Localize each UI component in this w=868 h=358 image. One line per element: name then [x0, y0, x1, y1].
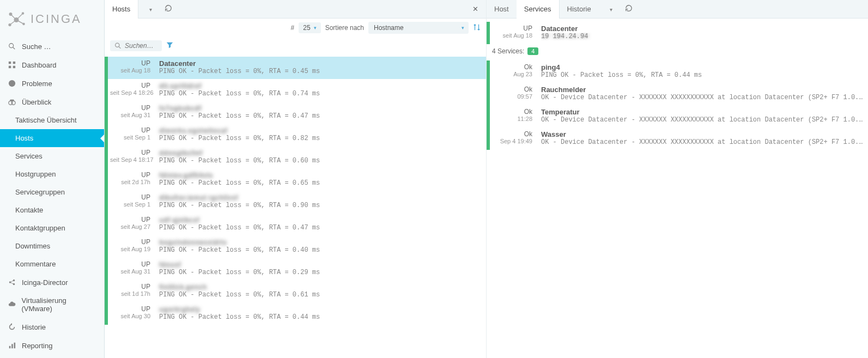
state-since: Sep 4 19:49 — [492, 138, 532, 144]
sidebar-item-hostgruppen[interactable]: Hostgruppen — [0, 165, 104, 183]
host-row[interactable]: UPseit Sep 4 18:17ddoogtbcfmfPING OK - P… — [105, 146, 486, 168]
tab-services[interactable]: Services — [517, 0, 560, 19]
chart-icon — [8, 341, 16, 350]
service-row[interactable]: OkAug 23ping4PING OK - Packet loss = 0%,… — [487, 60, 868, 83]
svg-point-15 — [9, 80, 15, 87]
host-name: fdousf — [159, 260, 482, 269]
nav-search[interactable]: Suche … — [0, 37, 104, 56]
host-row[interactable]: UPseit Aug 27udf qjnibcsfPING OK - Packe… — [105, 213, 486, 235]
plugin-output: PING OK - Packet loss = 0%, RTA = 0.40 m… — [159, 246, 482, 254]
state-col: UPseit Sep 1 — [108, 191, 155, 213]
state-since: seit Aug 31 — [110, 268, 150, 275]
nav-historie[interactable]: Historie — [0, 318, 104, 336]
plugin-output: PING OK - Packet loss = 0%, RTA = 0.47 m… — [159, 112, 482, 120]
service-main: RauchmelderOK - Device Datacenter - XXXX… — [537, 83, 868, 105]
nav-probleme[interactable]: Probleme — [0, 74, 104, 93]
sidebar-item-kontakte[interactable]: Kontakte — [0, 201, 104, 219]
sidebar-item-taktische-übersicht[interactable]: Taktische Übersicht — [0, 111, 104, 129]
ok-count-badge[interactable]: 4 — [527, 47, 538, 55]
plugin-output: PING OK - Packet loss = 0%, RTA = 0.44 m… — [159, 313, 482, 321]
sort-select[interactable] — [368, 22, 469, 34]
state-since: seit Aug 18 — [110, 67, 150, 74]
host-name: fx7ogkubcdf — [159, 104, 482, 112]
tab-dropdown[interactable]: ▾ — [138, 0, 160, 19]
toolbar-hosts: # 25 ▾ Sortiere nach — [105, 19, 486, 37]
service-name: Wasser — [541, 130, 864, 138]
state-since: seit Sep 4 18:17 — [110, 156, 150, 163]
host-row[interactable]: UPseit Aug 31fdousfPING OK - Packet loss… — [105, 258, 486, 280]
state-col: UPseit Sep 4 18:17 — [108, 146, 155, 168]
host-row[interactable]: UPseit 2d 17hfdiniev.gdflt4vtsPING OK - … — [105, 168, 486, 191]
nav-vmware[interactable]: Virtualisierung (VMware) — [0, 292, 104, 318]
nav-dashboard[interactable]: Dashboard — [0, 56, 104, 74]
host-row[interactable]: UPseit 1d 17hfiniitick.genchPING OK - Pa… — [105, 280, 486, 302]
host-row[interactable]: UPseit Sep 1diworks.ogstwitocafPING OK -… — [105, 124, 486, 146]
service-row[interactable]: Ok11:28TemperaturOK - Device Datacenter … — [487, 105, 868, 128]
state-text: UP — [110, 305, 150, 313]
host-row[interactable]: UPseit Aug 19bogvindonnesxidrtsPING OK -… — [105, 235, 486, 258]
refresh-button[interactable] — [160, 4, 177, 14]
nav-label: Kontakte — [15, 206, 43, 214]
svg-rect-18 — [10, 100, 14, 101]
history-icon — [8, 323, 16, 331]
tab-host[interactable]: Host — [487, 0, 517, 19]
tabs-col1: Hosts ▾ ✕ — [105, 0, 486, 19]
host-main: dit.sprittdrofPING OK - Packet loss = 0%… — [155, 79, 486, 101]
search-input-wrap[interactable] — [110, 40, 162, 51]
host-row[interactable]: UPseit Sep 4 18:26dit.sprittdrofPING OK … — [105, 79, 486, 101]
sidebar-item-hosts[interactable]: Hosts — [0, 129, 104, 147]
tab-hosts[interactable]: Hosts — [105, 0, 138, 19]
state-text: UP — [110, 149, 150, 156]
sidebar-item-services[interactable]: Services — [0, 147, 104, 165]
sort-direction-button[interactable] — [473, 23, 481, 33]
plugin-output: PING OK - Packet loss = 0%, RTA = 0.60 m… — [159, 157, 482, 165]
host-name: ugorkrghely — [159, 305, 482, 313]
binoculars-icon — [8, 98, 16, 106]
limit-select[interactable]: 25 ▾ — [299, 22, 320, 33]
state-text: UP — [110, 260, 150, 268]
refresh-button[interactable] — [620, 4, 638, 14]
host-row[interactable]: UPseit Aug 31fx7ogkubcdfPING OK - Packet… — [105, 101, 486, 124]
search-input[interactable] — [125, 42, 157, 50]
sidebar-item-kontaktgruppen[interactable]: Kontaktgruppen — [0, 219, 104, 237]
service-row[interactable]: Ok09:57RauchmelderOK - Device Datacenter… — [487, 83, 868, 105]
svg-line-22 — [10, 281, 14, 283]
state-text: Ok — [492, 108, 532, 116]
state-text: Ok — [492, 130, 532, 138]
state-col: UPseit Sep 4 18:26 — [108, 79, 155, 101]
host-main: dibufrer.iemut rgchilvsfPING OK - Packet… — [155, 191, 486, 213]
state-since: seit 1d 17h — [110, 290, 150, 297]
sidebar-item-servicegruppen[interactable]: Servicegruppen — [0, 183, 104, 201]
host-main: fx7ogkubcdfPING OK - Packet loss = 0%, R… — [155, 101, 486, 124]
host-row[interactable]: UPseit Aug 18DatacenterPING OK - Packet … — [105, 57, 486, 79]
sidebar-item-kommentare[interactable]: Kommentare — [0, 255, 104, 273]
svg-rect-14 — [13, 66, 15, 68]
state-text: UP — [110, 193, 150, 201]
host-row[interactable]: UPseit Sep 1dibufrer.iemut rgchilvsfPING… — [105, 191, 486, 213]
nav-reporting[interactable]: Reporting — [0, 336, 104, 355]
host-main: bogvindonnesxidrtsPING OK - Packet loss … — [155, 235, 486, 258]
nav-label: Services — [15, 152, 43, 160]
service-name: ping4 — [541, 63, 864, 71]
sidebar-item-downtimes[interactable]: Downtimes — [0, 237, 104, 255]
nav-label: Überblick — [22, 98, 51, 106]
tab-dropdown[interactable]: ▾ — [599, 0, 620, 19]
service-main: ping4PING OK - Packet loss = 0%, RTA = 0… — [537, 60, 868, 83]
state-text: UP — [110, 82, 150, 89]
nav-uberblick[interactable]: Überblick — [0, 93, 104, 111]
refresh-icon — [625, 4, 633, 12]
chevron-down-icon: ▾ — [314, 25, 317, 31]
state-since: seit Aug 31 — [110, 112, 150, 118]
nav-director[interactable]: Icinga-Director — [0, 273, 104, 292]
state-col: OkSep 4 19:49 — [490, 128, 537, 150]
close-column-button[interactable]: ✕ — [468, 5, 483, 13]
detail-host-addr: 19 194.24.94 — [541, 33, 864, 40]
filter-button[interactable] — [166, 41, 173, 50]
tab-history[interactable]: Historie — [560, 0, 599, 19]
state-col: Ok11:28 — [490, 105, 537, 128]
service-row[interactable]: OkSep 4 19:49WasserOK - Device Datacente… — [487, 128, 868, 150]
host-name: dibufrer.iemut rgchilvsf — [159, 193, 482, 202]
host-name: finiitick.gench — [159, 283, 482, 291]
host-row[interactable]: UPseit Aug 30ugorkrghelyPING OK - Packet… — [105, 302, 486, 325]
plugin-output: PING OK - Packet loss = 0%, RTA = 0.29 m… — [159, 269, 482, 276]
